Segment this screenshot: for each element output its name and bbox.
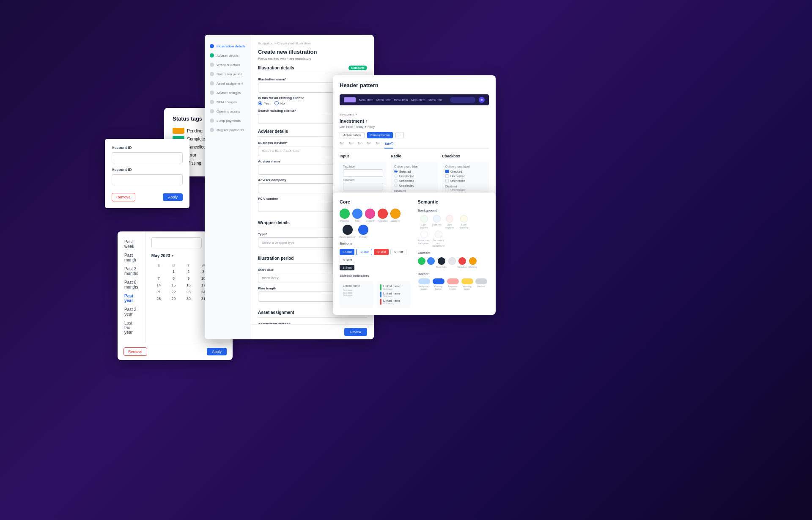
preset-past-6-months[interactable]: Past 6 months: [118, 278, 145, 292]
sidebar-item-asset-assignment[interactable]: Asset assignment: [205, 79, 251, 88]
no-option[interactable]: No: [274, 101, 285, 105]
sidebar-item-regular-payments[interactable]: Regular payments: [205, 125, 251, 135]
checkbox-item-2[interactable]: Unchecked: [445, 174, 486, 178]
checkbox-item-1[interactable]: Checked: [445, 170, 486, 173]
preset-past-year[interactable]: Past year: [118, 292, 145, 305]
radio-option-1[interactable]: Selected: [394, 170, 434, 173]
btn-demo-danger[interactable]: S Strat: [374, 249, 389, 255]
design-system-card: Core Positive Info Accent Negative: [333, 193, 496, 315]
semantic-content-section: Content Body light: [418, 251, 489, 269]
mock-tab-5[interactable]: Tab: [376, 142, 380, 149]
checkbox-1[interactable]: [445, 170, 449, 173]
mock-nav-5[interactable]: Menu Item: [428, 99, 442, 102]
no-radio-btn[interactable]: [274, 101, 279, 105]
datepicker-remove-button[interactable]: Remove: [123, 347, 147, 356]
light-positive-label: Light positive: [418, 223, 431, 229]
radio-title: Radio: [391, 154, 438, 158]
datepicker-apply-button[interactable]: Apply: [207, 348, 227, 355]
cal-day[interactable]: 1: [166, 268, 181, 275]
preset-last-tax-year[interactable]: Last tax year: [118, 319, 145, 337]
sidebar-label-illustration: Illustration details: [217, 44, 245, 48]
btn-demo-white[interactable]: S Strat: [340, 257, 355, 263]
preset-past-week[interactable]: Past week: [118, 237, 145, 251]
radio-option-2[interactable]: Unselected: [394, 174, 434, 178]
checkbox-item-3[interactable]: Unchecked: [445, 179, 486, 182]
cal-day[interactable]: 15: [166, 282, 181, 289]
datepicker-presets: Past week Past month Past 3 months Past …: [118, 231, 145, 343]
input-demo-label-1: Text label: [343, 165, 383, 168]
preset-past-month[interactable]: Past month: [118, 251, 145, 264]
checkbox-2[interactable]: [445, 174, 449, 178]
cal-day[interactable]: 8: [166, 275, 181, 282]
sidebar-label-lump: Lump payments: [217, 119, 241, 123]
radio-option-3[interactable]: Unselected: [394, 179, 434, 182]
btn-demo-primary[interactable]: S Strat: [340, 249, 354, 255]
cal-day[interactable]: 14: [151, 282, 166, 289]
radio-circle-4[interactable]: [394, 184, 398, 187]
mock-nav-4[interactable]: Menu Item: [411, 99, 425, 102]
cal-day[interactable]: 29: [166, 295, 181, 302]
btn-demo-row-1: S Strat S Strat S Strat S Strat S Strat: [340, 249, 411, 263]
content-subsection-title: Content: [418, 251, 489, 255]
cal-day[interactable]: 28: [151, 295, 166, 302]
cal-day[interactable]: 2: [181, 268, 196, 275]
review-button[interactable]: Review: [344, 328, 367, 336]
radio-circle-2[interactable]: [394, 174, 398, 178]
cal-day[interactable]: 7: [151, 275, 166, 282]
mock-more-button[interactable]: ···: [395, 132, 404, 138]
radio-option-4[interactable]: Unselected: [394, 184, 434, 187]
account-id-input-1[interactable]: [112, 152, 183, 163]
radio-circle-1[interactable]: [394, 170, 398, 173]
input-demo-field-1[interactable]: [343, 169, 383, 177]
mock-nav-1[interactable]: Menu Item: [359, 99, 373, 102]
mock-action-button-1[interactable]: Action button: [340, 132, 365, 138]
mock-tab-3[interactable]: Tab: [358, 142, 362, 149]
light-info-circle: [433, 215, 441, 223]
cal-day[interactable]: 16: [181, 282, 196, 289]
mock-nav-3[interactable]: Menu Item: [394, 99, 408, 102]
cal-day[interactable]: 30: [181, 295, 196, 302]
sidebar-item-illustration-details[interactable]: Illustration details: [205, 41, 251, 51]
to-date-input[interactable]: [151, 237, 202, 248]
checkbox-3[interactable]: [445, 179, 449, 182]
btn-demo-dark[interactable]: S Strat: [340, 265, 354, 270]
account-id-remove-button[interactable]: Remove: [112, 193, 135, 201]
si-row-green: Linked name Sub text: [380, 284, 407, 290]
yes-option[interactable]: Yes: [258, 101, 269, 105]
core-title: Core: [340, 199, 411, 204]
mock-tab-2[interactable]: Tab: [348, 142, 353, 149]
mock-tab-1[interactable]: Tab: [340, 142, 344, 149]
mock-search-button[interactable]: ⊕: [479, 97, 485, 103]
cal-day[interactable]: 22: [166, 289, 181, 295]
sidebar-item-opening-assets[interactable]: Opening assets: [205, 107, 251, 116]
neutral-border-pill: [475, 278, 487, 284]
sidebar-item-adviser-charges[interactable]: Adviser charges: [205, 88, 251, 97]
sidebar-item-adviser-details[interactable]: Adviser details: [205, 51, 251, 60]
account-id-apply-button[interactable]: Apply: [163, 193, 183, 201]
yes-radio-btn[interactable]: [258, 101, 262, 105]
info-swatch: Info: [352, 209, 362, 222]
mock-search-bar[interactable]: [450, 97, 475, 103]
sidebar-item-dfm-charges[interactable]: DFM charges: [205, 97, 251, 107]
sidebar-item-lump-payments[interactable]: Lump payments: [205, 116, 251, 125]
sidebar-item-wrapper-details[interactable]: Wrapper details: [205, 60, 251, 69]
illustration-sidebar: Illustration details Adviser details Wra…: [205, 35, 251, 339]
positive-circle: [340, 209, 350, 219]
preset-past-3-months[interactable]: Past 3 months: [118, 264, 145, 278]
cal-day[interactable]: 9: [181, 275, 196, 282]
mock-primary-button[interactable]: Primary button: [367, 132, 393, 138]
mock-nav-2[interactable]: Menu Item: [376, 99, 390, 102]
cal-day[interactable]: 21: [151, 289, 166, 295]
account-id-input-2[interactable]: [112, 174, 183, 185]
mock-tab-6[interactable]: Tab ⓘ: [384, 142, 393, 149]
mock-tab-4[interactable]: Tab: [367, 142, 371, 149]
btn-demo-secondary[interactable]: S Strat: [356, 249, 372, 255]
radio-circle-3[interactable]: [394, 179, 398, 182]
mock-tabs: Tab Tab Tab Tab Tab Tab ⓘ: [340, 142, 489, 149]
btn-demo-ghost[interactable]: S Strat: [390, 249, 406, 255]
cal-day[interactable]: 23: [181, 289, 196, 295]
sidebar-item-illustration-period[interactable]: Illustration period: [205, 69, 251, 79]
preset-past-2-year[interactable]: Past 2 year: [118, 305, 145, 319]
account-id-card: Account ID Account ID Remove Apply: [105, 139, 189, 208]
warning-label: Warning: [391, 220, 400, 222]
